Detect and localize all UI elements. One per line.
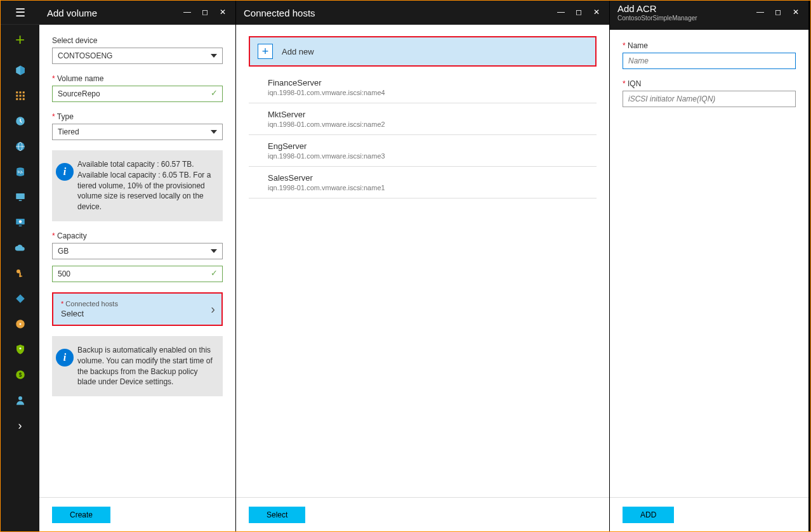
add-button[interactable]: ADD [623, 507, 674, 523]
nav-gauge-icon[interactable] [1, 311, 39, 337]
nav-grid-icon[interactable] [1, 83, 39, 108]
host-row[interactable]: FinanceServeriqn.1998-01.com.vmware.iscs… [249, 72, 597, 103]
nav-diamond-icon[interactable] [1, 286, 39, 311]
host-iqn: iqn.1998-01.com.vmware.iscsi:name4 [268, 89, 594, 96]
host-name: FinanceServer [268, 78, 594, 88]
nav-expand-icon[interactable]: › [1, 413, 39, 438]
capacity-unit-dropdown[interactable]: GB [52, 243, 223, 259]
svg-rect-2 [22, 91, 24, 93]
connected-hosts-blade: Connected hosts — ◻ ✕ + Add new FinanceS… [236, 1, 610, 531]
select-device-label: Select device [52, 36, 223, 45]
info-icon: i [56, 159, 74, 212]
blade-title: Connected hosts [244, 8, 315, 18]
select-device-dropdown[interactable]: CONTOSOENG [52, 48, 223, 64]
info-icon: i [56, 345, 74, 387]
hamburger-menu[interactable]: ☰ [1, 1, 39, 25]
host-iqn: iqn.1998-01.com.vmware.iscsi:name2 [268, 120, 594, 128]
svg-rect-1 [19, 91, 21, 93]
left-nav-rail: ☰ + SQL $ › [1, 1, 39, 531]
svg-point-28 [18, 396, 22, 400]
host-name: SalesServer [268, 173, 594, 183]
svg-rect-16 [18, 200, 22, 202]
host-iqn: iqn.1998-01.com.vmware.iscsi:name3 [268, 152, 594, 160]
close-icon[interactable]: ✕ [787, 6, 805, 18]
nav-billing-icon[interactable]: $ [1, 362, 39, 387]
new-resource-button[interactable]: + [1, 25, 39, 54]
svg-point-25 [19, 347, 21, 349]
add-acr-blade: Add ACR ContosoStorSimpleManager — ◻ ✕ N… [610, 1, 809, 531]
maximize-icon[interactable]: ◻ [769, 6, 787, 18]
capacity-info-box: i Available total capacity : 60.57 TB. A… [52, 150, 223, 221]
svg-rect-4 [19, 95, 21, 97]
connected-hosts-selector[interactable]: * Connected hosts Select [52, 292, 223, 326]
close-icon[interactable]: ✕ [214, 6, 232, 18]
svg-rect-18 [18, 226, 22, 227]
svg-point-13 [16, 167, 24, 171]
svg-rect-15 [16, 193, 25, 199]
blade-title: Add volume [47, 8, 97, 18]
svg-point-24 [19, 323, 21, 325]
volume-name-label: Volume name [52, 74, 223, 83]
blade-title: Add ACR [617, 3, 657, 14]
nav-vm-icon[interactable] [1, 210, 39, 235]
maximize-icon[interactable]: ◻ [570, 6, 588, 18]
acr-iqn-label: IQN [623, 79, 796, 88]
host-row[interactable]: EngServeriqn.1998-01.com.vmware.iscsi:na… [249, 135, 597, 167]
capacity-value-input[interactable] [52, 266, 223, 282]
svg-rect-3 [16, 95, 18, 97]
nav-cloud-icon[interactable] [1, 235, 39, 261]
acr-name-input[interactable] [623, 53, 796, 69]
minimize-icon[interactable]: — [552, 6, 570, 18]
blade-subtitle: ContosoStorSimpleManager [617, 15, 697, 22]
host-iqn: iqn.1998-01.com.vmware.iscsi:name1 [268, 184, 594, 191]
create-button[interactable]: Create [52, 507, 110, 523]
type-label: Type [52, 112, 223, 121]
capacity-label: Capacity [52, 231, 223, 240]
nav-clock-icon[interactable] [1, 108, 39, 134]
svg-rect-8 [22, 98, 24, 100]
maximize-icon[interactable]: ◻ [196, 6, 214, 18]
acr-name-label: Name [623, 41, 796, 50]
host-name: MktServer [268, 110, 594, 119]
select-button[interactable]: Select [249, 507, 305, 523]
minimize-icon[interactable]: — [751, 6, 769, 18]
nav-globe-icon[interactable] [1, 134, 39, 159]
svg-rect-0 [16, 91, 18, 93]
svg-rect-7 [19, 98, 21, 100]
backup-info-box: i Backup is automatically enabled on thi… [52, 336, 223, 396]
svg-rect-5 [22, 95, 24, 97]
type-dropdown[interactable]: Tiered [52, 124, 223, 140]
host-name: EngServer [268, 141, 594, 151]
volume-name-input[interactable] [52, 86, 223, 102]
svg-text:SQL: SQL [17, 171, 23, 174]
nav-cube-icon[interactable] [1, 58, 39, 83]
svg-rect-22 [19, 276, 22, 277]
svg-point-19 [18, 220, 22, 223]
nav-monitor-icon[interactable] [1, 185, 39, 210]
nav-key-icon[interactable] [1, 261, 39, 286]
plus-icon: + [258, 44, 273, 59]
add-volume-blade: Add volume — ◻ ✕ Select device CONTOSOEN… [39, 1, 236, 531]
acr-iqn-input[interactable] [623, 91, 796, 107]
svg-rect-6 [16, 98, 18, 100]
add-new-host-button[interactable]: + Add new [249, 36, 597, 67]
nav-sql-icon[interactable]: SQL [1, 159, 39, 185]
nav-shield-icon[interactable] [1, 337, 39, 362]
close-icon[interactable]: ✕ [588, 6, 605, 18]
minimize-icon[interactable]: — [178, 6, 196, 18]
host-row[interactable]: SalesServeriqn.1998-01.com.vmware.iscsi:… [249, 167, 597, 198]
nav-person-icon[interactable] [1, 387, 39, 413]
host-row[interactable]: MktServeriqn.1998-01.com.vmware.iscsi:na… [249, 103, 597, 135]
svg-text:$: $ [18, 372, 22, 378]
